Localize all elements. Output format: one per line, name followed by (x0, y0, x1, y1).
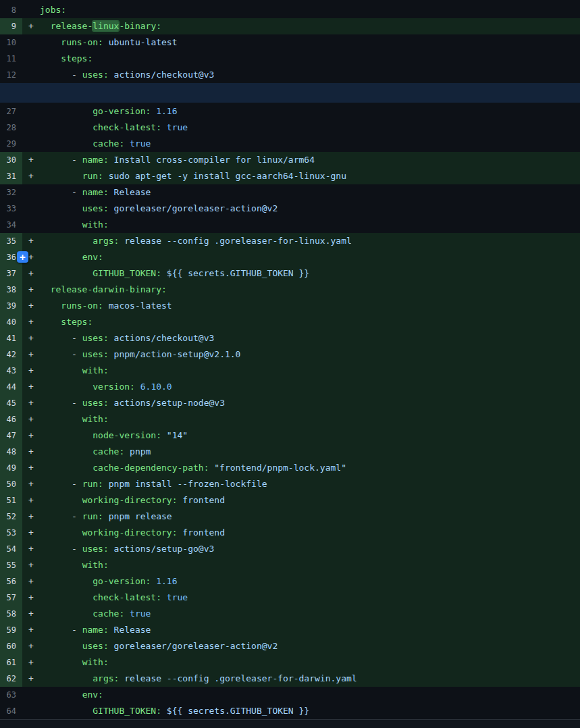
line-number[interactable]: 44 (0, 379, 22, 395)
line-number[interactable]: 59 (0, 622, 22, 638)
diff-added-marker (22, 67, 40, 83)
code-line-content: env: (40, 687, 103, 703)
diff-row-added: 58+ cache: true (0, 606, 580, 622)
line-number[interactable]: 32 (0, 184, 22, 201)
expand-hunk-row[interactable] (0, 83, 580, 103)
line-number[interactable]: 55 (0, 557, 22, 573)
line-number[interactable]: 62 (0, 671, 22, 687)
code-line-content: GITHUB_TOKEN: ${{ secrets.GITHUB_TOKEN }… (40, 265, 309, 282)
code-line-content: run: sudo apt-get -y install gcc-aarch64… (40, 168, 346, 184)
code-line-content: GITHUB_TOKEN: ${{ secrets.GITHUB_TOKEN }… (40, 703, 309, 719)
diff-row-context: 63 env: (0, 687, 580, 703)
line-number[interactable]: 64 (0, 703, 22, 719)
line-number[interactable]: 48 (0, 444, 22, 460)
line-number[interactable]: 56 (0, 573, 22, 590)
line-number[interactable]: 38 (0, 282, 22, 298)
line-number[interactable]: 35 (0, 233, 22, 249)
diff-row-added: 51+ working-directory: frontend (0, 492, 580, 509)
code-line-content: with: (40, 363, 109, 379)
line-number[interactable]: 29 (0, 136, 22, 152)
line-number[interactable]: 53 (0, 525, 22, 541)
line-number[interactable]: 61 (0, 654, 22, 671)
code-line-content: release-darwin-binary: (40, 282, 167, 298)
diff-row-context: 12 - uses: actions/checkout@v3 (0, 67, 580, 83)
code-line-content: go-version: 1.16 (40, 103, 178, 120)
line-number[interactable]: 49 (0, 460, 22, 476)
code-line-content: with: (40, 654, 109, 671)
code-line-content: args: release --config .goreleaser-for-l… (40, 233, 352, 249)
line-number[interactable]: 60 (0, 638, 22, 654)
diff-added-marker: + (22, 363, 40, 379)
line-number[interactable]: 34 (0, 217, 22, 233)
line-number[interactable]: 43 (0, 363, 22, 379)
line-number[interactable]: 58 (0, 606, 22, 622)
diff-row-context: 11 steps: (0, 51, 580, 67)
line-number[interactable]: 51 (0, 492, 22, 509)
line-number[interactable]: 30 (0, 152, 22, 168)
line-number[interactable]: 50 (0, 476, 22, 492)
line-number[interactable]: 37 (0, 265, 22, 282)
diff-added-marker (22, 51, 40, 67)
line-number[interactable]: 42 (0, 346, 22, 363)
code-line-content: cache: true (40, 136, 151, 152)
line-number[interactable]: 46 (0, 411, 22, 427)
code-line-content: cache: pnpm (40, 444, 151, 460)
code-line-content: - uses: actions/setup-node@v3 (40, 395, 225, 411)
line-number[interactable]: 41 (0, 330, 22, 346)
line-number[interactable]: 57 (0, 590, 22, 606)
diff-added-marker (22, 136, 40, 152)
line-number[interactable]: 10 (0, 34, 22, 51)
line-number[interactable]: 33 (0, 201, 22, 217)
diff-row-added: 31+ run: sudo apt-get -y install gcc-aar… (0, 168, 580, 184)
line-number[interactable]: 28 (0, 120, 22, 136)
diff-row-context: 27 go-version: 1.16 (0, 103, 580, 120)
line-number[interactable]: 39 (0, 298, 22, 314)
diff-added-marker (22, 103, 40, 120)
diff-added-marker (22, 703, 40, 719)
diff-added-marker (22, 184, 40, 201)
code-line-content: with: (40, 411, 109, 427)
code-line-content: uses: goreleaser/goreleaser-action@v2 (40, 638, 278, 654)
diff-row-added: 42+ - uses: pnpm/action-setup@v2.1.0 (0, 346, 580, 363)
line-number[interactable]: 52 (0, 509, 22, 525)
code-line-content: - name: Release (40, 184, 151, 201)
line-number[interactable]: 54 (0, 541, 22, 557)
diff-added-marker: + (22, 671, 40, 687)
diff-added-marker: + (22, 525, 40, 541)
code-line-content: go-version: 1.16 (40, 573, 178, 590)
code-line-content: release-linux-binary: (40, 18, 161, 34)
line-number[interactable]: 12 (0, 67, 22, 83)
code-line-content: version: 6.10.0 (40, 379, 172, 395)
diff-row-added: 55+ with: (0, 557, 580, 573)
add-line-comment-button[interactable]: + (17, 251, 28, 263)
code-line-content: - name: Release (40, 622, 151, 638)
diff-viewer: 8jobs:9+ release-linux-binary:10 runs-on… (0, 0, 580, 728)
diff-row-added: 59+ - name: Release (0, 622, 580, 638)
diff-row-added: 45+ - uses: actions/setup-node@v3 (0, 395, 580, 411)
diff-rows: 8jobs:9+ release-linux-binary:10 runs-on… (0, 2, 580, 719)
code-line-content: env: (40, 249, 103, 265)
line-number[interactable]: 9 (0, 18, 22, 34)
line-number[interactable]: 45 (0, 395, 22, 411)
code-line-content: - run: pnpm install --frozen-lockfile (40, 476, 267, 492)
diff-added-marker (22, 120, 40, 136)
diff-row-added: 49+ cache-dependency-path: "frontend/pnp… (0, 460, 580, 476)
diff-row-added: 39+ runs-on: macos-latest (0, 298, 580, 314)
line-number[interactable]: 11 (0, 51, 22, 67)
diff-row-added: 36+ env:+ (0, 249, 580, 265)
line-number[interactable]: 8 (0, 2, 22, 18)
diff-added-marker: + (22, 509, 40, 525)
line-number[interactable]: 31 (0, 168, 22, 184)
diff-row-added: 61+ with: (0, 654, 580, 671)
diff-added-marker: + (22, 590, 40, 606)
diff-added-marker (22, 34, 40, 51)
diff-added-marker: + (22, 346, 40, 363)
diff-footer (0, 719, 580, 728)
diff-row-context: 34 with: (0, 217, 580, 233)
line-number[interactable]: 40 (0, 314, 22, 330)
diff-row-added: 41+ - uses: actions/checkout@v3 (0, 330, 580, 346)
code-line-content: working-directory: frontend (40, 525, 225, 541)
line-number[interactable]: 47 (0, 427, 22, 444)
line-number[interactable]: 63 (0, 687, 22, 703)
line-number[interactable]: 27 (0, 103, 22, 120)
